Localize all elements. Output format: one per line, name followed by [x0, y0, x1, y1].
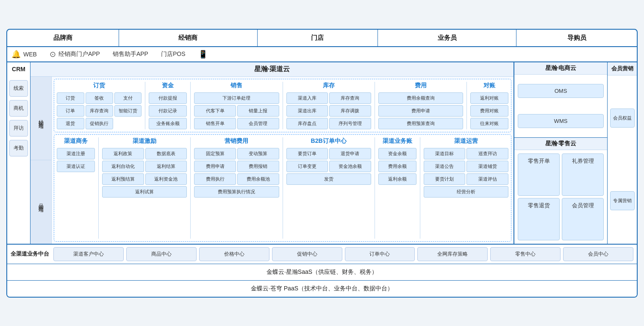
yewuzhang-grid: 资金余额 费用余额 返利余额 — [378, 148, 416, 185]
modules-area: 订货 订货 签收 支付 订单 库存查询 智能订货 退货 促销执行 — [52, 77, 514, 244]
b2b-title: B2B订单中心 — [286, 137, 371, 146]
side-label-jingxiao: 经销商端 — [31, 77, 51, 161]
b2b-yaohuo: 要货订单 — [286, 148, 328, 159]
retail-title: 星瀚·零售云 — [514, 138, 607, 150]
ecommerce-oms: OMS — [518, 84, 604, 98]
jiangli-title: 渠道激励 — [102, 137, 187, 146]
crm-column: CRM 线索 商机 拜访 考勤 — [7, 62, 31, 244]
crm-label: CRM — [12, 66, 25, 72]
retail-kaidan: 零售开单 — [518, 153, 560, 196]
dinghou-tuihuo: 退货 — [57, 118, 84, 129]
yxfeiyong-title: 营销费用 — [194, 137, 279, 146]
xiaoshou-xiaoliang: 销量上报 — [237, 105, 279, 117]
top-modules: 订货 订货 签收 支付 订单 库存查询 智能订货 退货 促销执行 — [54, 79, 511, 132]
retail-grid: 零售开单 礼券管理 零售退货 会员管理 — [514, 150, 607, 243]
saas-row: 金蝶云·星瀚SaaS（供应链、财务、税务） — [7, 264, 637, 281]
yunying-jingying: 经营分析 — [424, 186, 508, 198]
platform-row: 🔔 WEB ⊙ 经销商门户APP 销售助手APP 门店POS 📱 — [7, 47, 637, 62]
yunying-grid: 渠道目标 巡查拜访 渠道公告 渠道铺货 要货计划 渠道评估 经营分析 — [424, 148, 508, 198]
yunying-jihua: 要货计划 — [424, 173, 466, 185]
dinghou-qianshou: 签收 — [86, 92, 113, 104]
biz-huiyuan: 会员中心 — [563, 247, 633, 261]
zijin-title: 资金 — [149, 82, 187, 91]
platform-sales: 销售助手APP — [113, 50, 148, 58]
member-column: 会员营销 会员权益 专属营销 — [607, 62, 637, 244]
duizhang-title: 对账 — [470, 82, 508, 91]
biz-platform-row: 全渠道业务中台 渠道客户中心 商品中心 价格中心 促销中心 订单中心 全网库存策… — [7, 245, 637, 264]
divider-1 — [145, 82, 145, 129]
channel-body: 经销商端 品牌商端 订货 订货 签收 支付 — [31, 77, 514, 244]
shangwu-zhuce: 渠道注册 — [57, 148, 95, 159]
biz-cuxiao: 促销中心 — [272, 247, 342, 261]
duizhang-feiyong: 费用对账 — [470, 105, 508, 117]
feiyong-yusuan: 费用预算查询 — [378, 118, 463, 129]
b2b-tuihuo: 退货申请 — [329, 148, 371, 159]
b2b-biangeng: 订单变更 — [286, 161, 328, 172]
saas-text: 金蝶云·星瀚SaaS（供应链、财务、税务） — [266, 268, 378, 275]
xiaoshou-dake: 代客下单 — [194, 105, 236, 117]
yxfeiyong-zhixing: 费用执行 — [194, 173, 236, 185]
channel-cloud: 星瀚·渠道云 经销商端 品牌商端 订货 订货 — [31, 62, 514, 244]
jiangli-zhengce: 返利政策 — [102, 148, 144, 159]
web-label: WEB — [23, 51, 37, 58]
divider-7 — [190, 137, 191, 239]
pos-label: 门店POS — [161, 50, 186, 58]
kucun-xuliehao: 序列号管理 — [329, 118, 371, 129]
biz-dingdan: 订单中心 — [345, 247, 415, 261]
kucun-chuku: 渠道出库 — [286, 105, 328, 117]
jiangli-grid: 返利政策 数据底表 返利自动化 返利结算 返利预结算 返利资金池 返利试算 — [102, 148, 187, 198]
yewuzhang-zijin: 资金余额 — [378, 148, 416, 159]
retail-liquan: 礼券管理 — [562, 153, 604, 196]
kucun-title: 库存 — [286, 82, 371, 91]
member-zhuanshu: 专属营销 — [610, 191, 635, 210]
bottom-modules: 渠道商务 渠道注册 渠道认证 渠道激励 返利政策 — [54, 134, 511, 242]
divider-6 — [98, 137, 99, 239]
b2b-grid: 要货订单 退货申请 订单变更 资金池余额 发货 — [286, 148, 371, 185]
role-pinpai: 品牌商 — [7, 30, 119, 46]
crm-shangji: 商机 — [9, 100, 28, 117]
roles-row: 品牌商 经销商 门店 业务员 导购员 — [7, 30, 637, 47]
retail-tuihuo: 零售退货 — [518, 198, 560, 240]
xiaoshou-huiyuan: 会员管理 — [237, 118, 279, 129]
xiaoshou-kaidan: 销售开单 — [194, 118, 236, 129]
ecommerce-wms: WMS — [518, 114, 604, 128]
dinghou-dinghou: 订货 — [57, 92, 84, 104]
biz-qudao-kehu: 渠道客户中心 — [53, 247, 124, 261]
ecommerce-panel: 星瀚·电商云 OMS WMS — [514, 62, 607, 138]
platform-web: 🔔 WEB — [11, 50, 37, 59]
platform-pos: 门店POS — [161, 50, 186, 58]
yxfeiyong-section: 营销费用 固定预算 变动预算 费用申请 费用报销 费用执行 费用余额池 费用预算… — [194, 137, 279, 239]
divider-2 — [190, 82, 191, 129]
divider-10 — [420, 137, 420, 239]
paas-text: 金蝶云·苍穹 PaaS（技术中台、业务中台、数据中台） — [251, 285, 393, 292]
sales-app-label: 销售助手APP — [113, 50, 148, 58]
yewuzhang-section: 渠道业务账 资金余额 费用余额 返利余额 — [378, 137, 416, 239]
yunying-xuncha: 巡查拜访 — [466, 148, 508, 159]
yunying-puhuo: 渠道铺货 — [466, 161, 508, 172]
jiangli-jiesuan: 返利结算 — [145, 161, 187, 172]
side-labels: 经销商端 品牌商端 — [31, 77, 52, 244]
member-body: 会员权益 专属营销 — [608, 75, 636, 244]
phone-icon: 📱 — [198, 50, 208, 59]
yxfeiyong-guding: 固定预算 — [194, 148, 236, 159]
yewuzhang-title: 渠道业务账 — [378, 137, 416, 146]
yunying-mubiao: 渠道目标 — [424, 148, 466, 159]
shangwu-grid: 渠道注册 渠道认证 — [57, 148, 95, 172]
dinghou-kucun: 库存查询 — [86, 105, 113, 117]
zijin-yewu-zhang: 业务账余额 — [149, 118, 187, 129]
member-quanyi: 会员权益 — [610, 109, 635, 128]
retail-huiyuan: 会员管理 — [562, 198, 604, 240]
b2b-zijinchi: 资金池余额 — [329, 161, 371, 172]
main-content-row: CRM 线索 商机 拜访 考勤 星瀚·渠道云 经销商端 品牌商端 — [7, 62, 637, 245]
paas-row: 金蝶云·苍穹 PaaS（技术中台、业务中台、数据中台） — [7, 281, 637, 297]
crm-xiansuo: 线索 — [9, 80, 28, 97]
yewuzhang-feiyong: 费用余额 — [378, 161, 416, 172]
role-yewuyuan: 业务员 — [378, 30, 516, 46]
biz-label: 全渠道业务中台 — [11, 250, 49, 258]
feiyong-title: 费用 — [378, 82, 463, 91]
yxfeiyong-biandong: 变动预算 — [237, 148, 279, 159]
yunying-pinggu: 渠道评估 — [466, 173, 508, 185]
divider-3 — [283, 82, 283, 129]
duizhang-wanglai: 往来对账 — [470, 118, 508, 129]
biz-lingshou: 零售中心 — [490, 247, 561, 261]
